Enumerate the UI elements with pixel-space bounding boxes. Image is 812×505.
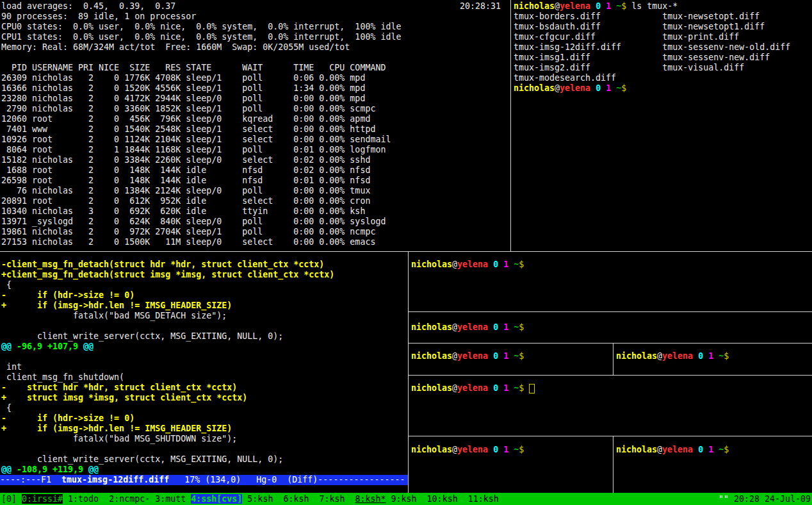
pane-title: "" bbox=[719, 494, 734, 504]
pane-divider-vertical-c bbox=[613, 344, 613, 375]
pane-shell-top-right[interactable]: nicholas@yelena 0 1 ~$ ls tmux-* tmux-bo… bbox=[511, 0, 812, 251]
shell-prompt[interactable]: nicholas@yelena 0 1 ~$ bbox=[411, 322, 529, 333]
text-segment bbox=[626, 83, 631, 93]
diff-line: client_msg_fn_shutdown( bbox=[1, 372, 334, 383]
shell-prompt[interactable]: nicholas@yelena 0 1 ~$ bbox=[514, 83, 790, 94]
text-segment: nicholas bbox=[514, 83, 555, 93]
text-segment: yelena bbox=[560, 83, 590, 93]
text-segment bbox=[713, 351, 719, 361]
pane-shell-b[interactable]: nicholas@yelena 0 1 ~$ bbox=[409, 312, 812, 343]
text-segment bbox=[703, 351, 708, 361]
text-segment: 1 bbox=[503, 260, 508, 269]
diff-line: - struct hdr *hdr, struct client_ctx *cc… bbox=[1, 383, 334, 393]
text-segment: 1 bbox=[606, 83, 611, 93]
text-segment: yelena bbox=[560, 1, 590, 11]
text-segment: nicholas bbox=[411, 322, 452, 332]
pane-shell-a[interactable]: nicholas@yelena 0 1 ~$ bbox=[409, 252, 812, 311]
diff-line: - if (hdr->size != 0) bbox=[1, 413, 334, 424]
text-segment: -96,9 +107,9 bbox=[17, 342, 78, 351]
window-item-6-ksh[interactable]: 6:ksh bbox=[283, 494, 309, 504]
text-segment: 0 bbox=[698, 351, 703, 361]
pane-emacs[interactable]: -client_msg_fn_detach(struct hdr *hdr, s… bbox=[0, 252, 408, 493]
window-item-2-ncmpc[interactable]: 2:ncmpc- bbox=[109, 494, 150, 504]
text-segment: ~ bbox=[514, 445, 519, 454]
text-segment: int bbox=[1, 362, 22, 372]
status-right: "" 20:28 24-Jul-09 bbox=[719, 493, 811, 505]
process-row: 15182 nicholas 2 0 3384K 2260K sleep/0 s… bbox=[1, 155, 401, 165]
text-segment: @@ bbox=[1, 465, 17, 474]
shell-prompt[interactable]: nicholas@yelena 0 1 ~$ bbox=[411, 351, 529, 361]
pane-shell-e2[interactable]: nicholas@yelena 0 1 ~$ bbox=[613, 436, 812, 493]
pane-divider-br-2 bbox=[409, 343, 812, 344]
text-segment bbox=[729, 351, 734, 361]
window-item-3-mutt[interactable]: 3:mutt bbox=[155, 494, 186, 504]
diff-line: { bbox=[1, 403, 334, 413]
shell-prompt[interactable]: nicholas@yelena 0 1 ~$ bbox=[616, 445, 734, 455]
text-segment bbox=[693, 445, 698, 454]
text-segment: ~ bbox=[514, 351, 519, 361]
window-item-9-ksh[interactable]: 9:ksh bbox=[391, 494, 417, 504]
text-segment: + if (imsg->hdr.len != IMSG_HEADER_SIZE) bbox=[1, 301, 232, 310]
diff-line: -client_msg_fn_detach(struct hdr *hdr, s… bbox=[1, 260, 334, 270]
file-listing-line: tmux-modesearch.diff bbox=[514, 73, 790, 83]
shell-prompt[interactable]: nicholas@yelena 0 1 ~$ bbox=[411, 260, 529, 270]
text-segment: nicholas bbox=[411, 351, 452, 361]
text-segment bbox=[601, 1, 606, 11]
text-segment: @ bbox=[452, 351, 457, 361]
window-item-11-ksh[interactable]: 11:ksh bbox=[468, 494, 499, 504]
window-item-5-ksh[interactable]: 5:ksh bbox=[247, 494, 273, 504]
diff-line: @@ -96,9 +107,9 @@ bbox=[1, 342, 334, 352]
text-segment: 17% (134,0) Hg-0 (Diff)----------------- bbox=[169, 475, 405, 484]
diff-line bbox=[1, 321, 334, 331]
window-item-0-irssi[interactable]: 0:irssi# bbox=[22, 494, 63, 504]
process-row: 2790 nicholas 2 0 3360K 1852K sleep/1 po… bbox=[1, 104, 401, 114]
pane-top-output[interactable]: 20:28:31 load averages: 0.45, 0.39, 0.37… bbox=[0, 0, 510, 251]
process-row: 12060 root 2 0 456K 796K sleep/0 kqread … bbox=[1, 114, 401, 124]
text-segment bbox=[611, 1, 616, 11]
text-segment: 1 bbox=[503, 322, 508, 332]
window-item-4-ssh-current[interactable]: 4:ssh[cvs] bbox=[191, 494, 242, 504]
file-listing-line: tmux-bsdauth.diff tmux-newsetopt1.diff bbox=[514, 22, 790, 32]
text-segment bbox=[488, 322, 493, 332]
text-segment: @@ bbox=[1, 342, 17, 351]
text-segment bbox=[524, 322, 529, 332]
text-segment: ~ bbox=[719, 445, 724, 454]
status-left: [0] 0:irssi# 1:todo 2:ncmpc- 3:mutt 4:ss… bbox=[1, 493, 499, 505]
diff-line: int bbox=[1, 362, 334, 372]
pane-shell-d-active[interactable]: nicholas@yelena 0 1 ~$ bbox=[409, 376, 812, 436]
text-segment bbox=[590, 1, 596, 11]
pane-shell-e1[interactable]: nicholas@yelena 0 1 ~$ bbox=[409, 436, 612, 493]
file-listing-line: tmux-cfgcur.diff tmux-print.diff bbox=[514, 32, 790, 42]
window-item-7-ksh[interactable]: 7:ksh bbox=[319, 494, 345, 504]
diff-line: - if (hdr->size != 0) bbox=[1, 290, 334, 301]
text-segment: @ bbox=[452, 260, 457, 269]
process-row: 26309 nicholas 2 0 1776K 4708K sleep/1 p… bbox=[1, 73, 401, 83]
window-item-8-ksh[interactable]: 8:ksh* bbox=[355, 494, 386, 504]
text-segment: yelena bbox=[457, 351, 488, 361]
process-row: 10926 root 2 0 1124K 2104K sleep/1 selec… bbox=[1, 135, 401, 145]
process-row: 19861 nicholas 2 0 972K 2704K sleep/1 po… bbox=[1, 227, 401, 237]
text-segment: @ bbox=[452, 322, 457, 332]
status-clock: 20:28 24-Jul-09 bbox=[734, 494, 811, 504]
pane-shell-c2[interactable]: nicholas@yelena 0 1 ~$ bbox=[613, 344, 812, 375]
text-segment: 0 bbox=[493, 445, 498, 454]
text-segment: yelena bbox=[457, 260, 488, 269]
diff-line: client_write_server(cctx, MSG_EXITING, N… bbox=[1, 331, 334, 342]
top-summary-line: CPU0 states: 0.0% user, 0.0% nice, 0.0% … bbox=[1, 22, 401, 32]
text-segment: 0 bbox=[493, 260, 498, 269]
top-summary-line: load averages: 0.45, 0.39, 0.37 bbox=[1, 1, 401, 12]
window-item-1-todo[interactable]: 1:todo bbox=[68, 494, 99, 504]
text-segment bbox=[386, 494, 391, 504]
text-segment bbox=[508, 445, 514, 454]
text-segment: { bbox=[1, 403, 12, 413]
text-segment: client_write_server(cctx, MSG_EXITING, N… bbox=[1, 331, 283, 341]
text-segment bbox=[729, 445, 734, 454]
session-indicator: [0] bbox=[1, 494, 22, 504]
shell-prompt[interactable]: nicholas@yelena 0 1 ~$ ls tmux-* bbox=[514, 1, 790, 12]
shell-prompt[interactable]: nicholas@yelena 0 1 ~$ bbox=[411, 445, 529, 455]
pane-shell-c1[interactable]: nicholas@yelena 0 1 ~$ bbox=[409, 344, 612, 375]
window-item-10-ksh[interactable]: 10:ksh bbox=[427, 494, 458, 504]
text-segment: nicholas bbox=[411, 445, 452, 454]
shell-prompt[interactable]: nicholas@yelena 0 1 ~$ bbox=[411, 383, 529, 393]
shell-prompt[interactable]: nicholas@yelena 0 1 ~$ bbox=[616, 351, 734, 361]
